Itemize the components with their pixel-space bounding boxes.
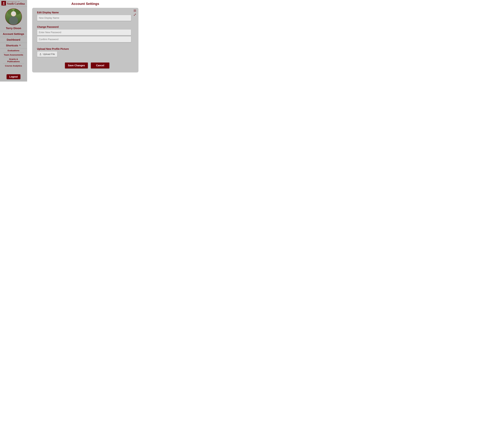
new-password-input[interactable] [37, 29, 131, 35]
brand-logo[interactable]: UNIVERSITY OF South Carolina [0, 0, 27, 6]
chevron-up-icon [19, 44, 21, 47]
svg-rect-0 [3, 4, 5, 4]
shortcuts-subnav: Evaluations Team Assessments Grants & Pu… [0, 48, 27, 68]
display-name-input[interactable] [37, 15, 131, 21]
sidebar-item-shortcuts[interactable]: Shortcuts [0, 43, 27, 48]
display-name-label: Edit Display Name [37, 11, 133, 14]
confirm-password-input[interactable] [37, 36, 131, 42]
profile-name: Terry Dixon [6, 27, 21, 30]
shortcut-grants-publications[interactable]: Grants & Publications [3, 57, 24, 64]
palmetto-tree-icon [2, 1, 5, 5]
avatar[interactable] [5, 8, 22, 25]
brand-badge-icon [1, 1, 6, 5]
logout-button[interactable]: Logout [7, 74, 20, 79]
shortcut-team-assessments[interactable]: Team Assessments [3, 53, 24, 57]
main: Account Settings Edit Display Name Chang… [27, 0, 143, 81]
hamburger-icon[interactable] [133, 10, 136, 12]
sidebar-item-account-settings[interactable]: Account Settings [0, 31, 27, 37]
brand-name: South Carolina [7, 2, 25, 5]
sidebar-item-label: Shortcuts [6, 44, 18, 47]
expand-icon[interactable] [134, 14, 136, 16]
cancel-button[interactable]: Cancel [91, 63, 109, 68]
logout-wrap: Logout [0, 74, 27, 81]
upload-file-label: Upload File [43, 53, 55, 56]
sidebar-item-label: Account Settings [3, 32, 24, 35]
shortcut-evaluations[interactable]: Evaluations [3, 48, 24, 53]
sidebar-nav: Account Settings Dashboard Shortcuts Eva… [0, 31, 27, 68]
sidebar-item-dashboard[interactable]: Dashboard [0, 37, 27, 43]
brand-text: UNIVERSITY OF South Carolina [7, 1, 25, 5]
upload-picture-label: Upload New Profile Picture [37, 48, 133, 50]
action-row: Save Changes Cancel [65, 63, 133, 68]
sidebar: UNIVERSITY OF South Carolina Terry Dixon… [0, 0, 27, 81]
settings-card: Edit Display Name Change Password Upload… [32, 8, 138, 72]
svg-point-3 [4, 2, 5, 2]
sidebar-item-label: Dashboard [7, 38, 20, 41]
upload-icon [39, 53, 42, 55]
card-icon-stack [133, 10, 136, 16]
save-button[interactable]: Save Changes [65, 63, 88, 68]
upload-file-button[interactable]: Upload File [37, 51, 57, 57]
change-password-label: Change Password [37, 26, 133, 28]
shortcut-course-analytics[interactable]: Course Analytics [3, 64, 24, 68]
profile-section: Terry Dixon [0, 6, 27, 31]
page-title: Account Settings [71, 2, 99, 6]
